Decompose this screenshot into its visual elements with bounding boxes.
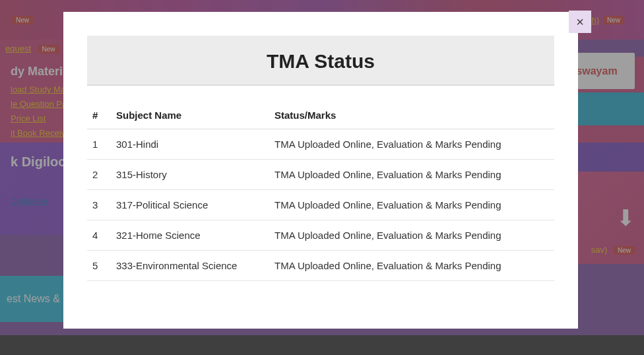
cell-subject: 321-Home Science — [111, 220, 269, 251]
table-row: 3317-Political ScienceTMA Uploaded Onlin… — [87, 190, 554, 220]
cell-index: 2 — [87, 160, 111, 190]
cell-index: 4 — [87, 220, 111, 251]
table-header-row: # Subject Name Status/Marks — [87, 102, 554, 129]
col-subject: Subject Name — [111, 102, 269, 129]
close-icon: × — [576, 15, 584, 30]
col-index: # — [87, 102, 111, 129]
modal-header: TMA Status — [87, 36, 554, 86]
cell-subject: 315-History — [111, 160, 269, 190]
cell-index: 3 — [87, 190, 111, 220]
table-row: 5333-Environmental ScienceTMA Uploaded O… — [87, 251, 554, 281]
cell-status: TMA Uploaded Online, Evaluation & Marks … — [269, 160, 554, 190]
cell-status: TMA Uploaded Online, Evaluation & Marks … — [269, 220, 554, 251]
modal-title: TMA Status — [87, 50, 554, 73]
tma-table: # Subject Name Status/Marks 1301-HindiTM… — [87, 102, 554, 281]
table-row: 2315-HistoryTMA Uploaded Online, Evaluat… — [87, 160, 554, 190]
table-row: 1301-HindiTMA Uploaded Online, Evaluatio… — [87, 129, 554, 160]
cell-status: TMA Uploaded Online, Evaluation & Marks … — [269, 190, 554, 220]
tma-status-modal: × TMA Status # Subject Name Status/Marks… — [63, 12, 578, 329]
cell-subject: 333-Environmental Science — [111, 251, 269, 281]
cell-status: TMA Uploaded Online, Evaluation & Marks … — [269, 251, 554, 281]
table-row: 4321-Home ScienceTMA Uploaded Online, Ev… — [87, 220, 554, 251]
cell-status: TMA Uploaded Online, Evaluation & Marks … — [269, 129, 554, 160]
col-status: Status/Marks — [269, 102, 554, 129]
cell-subject: 301-Hindi — [111, 129, 269, 160]
cell-index: 1 — [87, 129, 111, 160]
cell-index: 5 — [87, 251, 111, 281]
modal-close-button[interactable]: × — [569, 11, 591, 33]
cell-subject: 317-Political Science — [111, 190, 269, 220]
